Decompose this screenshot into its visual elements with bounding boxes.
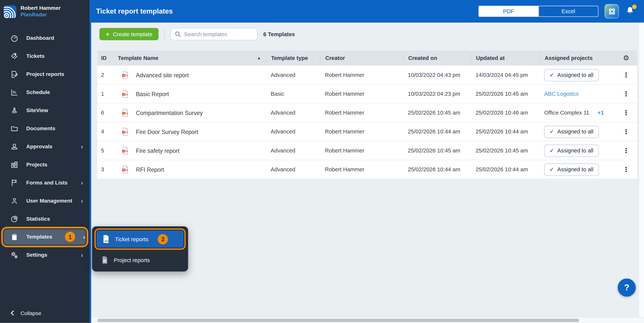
- template-name: Advanced site report: [136, 72, 189, 78]
- table-row: 2 PDF Advanced site report Advanced Robe…: [98, 66, 637, 84]
- notifications-button[interactable]: [625, 5, 636, 17]
- cell-updated-at: 14/03/2024 04:45 pm: [471, 72, 539, 78]
- cell-id: 6: [98, 110, 115, 116]
- sidebar-item-settings[interactable]: Settings ›: [0, 246, 90, 264]
- cell-actions: ⋮: [615, 89, 637, 99]
- column-header-created-on[interactable]: Created on: [403, 53, 471, 62]
- flyout-item-label: Project reports: [114, 257, 150, 263]
- svg-text:PDF: PDF: [122, 112, 126, 114]
- cell-assigned-projects: Office Complex 11 +1: [539, 110, 615, 116]
- cell-template-type: Basic: [266, 91, 320, 97]
- approvals-icon: [10, 142, 18, 150]
- cell-template-name[interactable]: PDF Fire safety report: [114, 146, 266, 155]
- chevron-right-icon: ›: [81, 197, 83, 204]
- cell-template-name[interactable]: PDF Basic Report: [114, 90, 266, 98]
- sidebar-item-project-reports[interactable]: Project reports: [0, 65, 90, 83]
- sidebar-item-schedule[interactable]: Schedule: [0, 83, 90, 101]
- cell-created-on: 25/02/2026 10:44 am: [403, 166, 471, 172]
- chevron-right-icon: ›: [81, 252, 83, 258]
- sidebar-item-dashboard[interactable]: Dashboard: [0, 29, 90, 47]
- row-menu-kebab-icon[interactable]: ⋮: [620, 89, 632, 99]
- flyout-item-ticket-reports[interactable]: PDF Ticket reports 2: [96, 230, 184, 248]
- toolbar-divider: [164, 29, 165, 40]
- column-header-template-name[interactable]: Template Name ▲: [114, 53, 266, 62]
- connect-app-icon[interactable]: [604, 4, 619, 18]
- cell-created-on: 25/02/2026 10:44 am: [403, 128, 471, 135]
- sidebar-item-label: Forms and Lists: [26, 180, 68, 186]
- row-menu-kebab-icon[interactable]: ⋮: [620, 164, 632, 174]
- cell-updated-at: 25/02/2026 10:46 am: [471, 110, 539, 116]
- excel-toggle-button[interactable]: Excel: [538, 6, 598, 16]
- cell-template-name[interactable]: PDF RFI Report: [114, 165, 266, 174]
- assigned-to-all-button[interactable]: ✓ Assigned to all: [544, 144, 598, 156]
- documents-icon: [10, 124, 18, 132]
- column-header-template-type[interactable]: Template type: [266, 53, 320, 62]
- chevron-left-icon: [10, 310, 15, 316]
- search-templates-input[interactable]: [184, 31, 254, 37]
- cell-template-name[interactable]: PDF Advanced site report: [114, 71, 266, 79]
- column-header-assigned-projects[interactable]: Assigned projects: [539, 53, 615, 62]
- sidebar-item-projects[interactable]: Projects: [0, 156, 90, 174]
- assigned-to-all-button[interactable]: ✓ Assigned to all: [544, 69, 598, 81]
- sidebar-item-label: Settings: [26, 252, 48, 258]
- assigned-to-all-button[interactable]: ✓ Assigned to all: [544, 163, 598, 176]
- column-header-label: Template Name: [118, 55, 158, 61]
- sort-ascending-icon: ▲: [257, 56, 261, 60]
- assigned-to-all-button[interactable]: ✓ Assigned to all: [544, 126, 598, 138]
- cell-creator: Robert Hammer: [320, 166, 403, 172]
- cell-template-type: Advanced: [266, 148, 320, 154]
- cell-actions: ⋮: [615, 164, 637, 174]
- cell-assigned-projects: ✓ Assigned to all: [539, 126, 615, 138]
- row-menu-kebab-icon[interactable]: ⋮: [620, 108, 632, 118]
- cell-template-name[interactable]: PDF Fire Door Survey Report: [114, 128, 266, 136]
- vertical-scrollbar-track[interactable]: [639, 22, 644, 317]
- row-menu-kebab-icon[interactable]: ⋮: [620, 146, 632, 156]
- cell-creator: Robert Hammer: [320, 128, 403, 135]
- chevron-right-icon: ›: [81, 179, 83, 186]
- check-icon: ✓: [550, 128, 554, 135]
- cell-id: 2: [98, 72, 115, 78]
- notification-dot: [632, 4, 637, 9]
- pdf-toggle-button[interactable]: PDF: [479, 6, 538, 16]
- assigned-label: Assigned to all: [557, 148, 593, 154]
- more-projects-link[interactable]: +1: [598, 110, 604, 116]
- column-settings-gear-icon[interactable]: ⚙: [615, 53, 637, 62]
- column-header-updated-at[interactable]: Updated at: [471, 53, 539, 62]
- cell-template-type: Advanced: [266, 166, 320, 172]
- cell-creator: Robert Hammer: [320, 110, 403, 116]
- cell-template-type: Advanced: [266, 72, 320, 78]
- collapse-label: Collapse: [20, 310, 41, 316]
- sidebar-item-templates[interactable]: Templates 1 ›: [4, 229, 86, 244]
- sidebar-item-statistics[interactable]: Statistics: [0, 210, 90, 228]
- cell-actions: ⋮: [615, 146, 637, 156]
- column-header-id[interactable]: ID: [98, 53, 115, 62]
- sidebar-item-label: Statistics: [26, 216, 50, 222]
- horizontal-scrollbar-thumb[interactable]: [98, 319, 579, 322]
- assigned-project-link[interactable]: ABC Logistics: [544, 91, 578, 97]
- pdf-file-icon: PDF: [122, 108, 128, 117]
- create-template-label: Create template: [113, 31, 152, 37]
- row-menu-kebab-icon[interactable]: ⋮: [620, 70, 632, 80]
- create-template-button[interactable]: + Create template: [100, 28, 159, 40]
- templates-icon: [10, 233, 18, 241]
- table-row: 6 PDF Compartmentation Survey Advanced R…: [98, 103, 637, 122]
- sidebar-item-tickets[interactable]: Tickets: [0, 47, 90, 65]
- collapse-sidebar-button[interactable]: Collapse: [0, 306, 90, 320]
- sidebar-item-approvals[interactable]: Approvals ›: [0, 138, 90, 156]
- templates-table: ID Template Name ▲ Template type Creator…: [98, 50, 637, 179]
- sidebar-item-forms-and-lists[interactable]: Forms and Lists ›: [0, 174, 90, 192]
- chevron-right-icon: ›: [81, 143, 83, 150]
- cell-assigned-projects: ✓ Assigned to all: [539, 163, 615, 176]
- row-menu-kebab-icon[interactable]: ⋮: [620, 127, 632, 136]
- sidebar-item-user-management[interactable]: User Management ›: [0, 192, 90, 210]
- cell-template-name[interactable]: PDF Compartmentation Survey: [114, 108, 266, 117]
- sidebar-item-documents[interactable]: Documents: [0, 119, 90, 138]
- templates-flyout-menu: PDF Ticket reports 2 Project reports: [92, 226, 188, 272]
- sidebar-item-siteview[interactable]: SiteView: [0, 101, 90, 119]
- flyout-item-project-reports[interactable]: Project reports: [95, 251, 185, 269]
- page-header: Ticket report templates PDF Excel: [91, 0, 644, 22]
- help-button[interactable]: ?: [618, 278, 636, 296]
- search-icon: [174, 31, 181, 37]
- account-block[interactable]: Robert Hammer PlanRadar: [0, 0, 90, 23]
- column-header-creator[interactable]: Creator: [320, 53, 403, 62]
